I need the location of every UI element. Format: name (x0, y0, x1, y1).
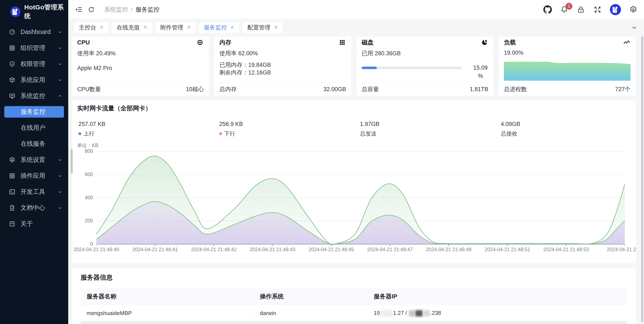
sidebar-item-org[interactable]: 组织管理 (0, 40, 68, 56)
tab-console[interactable]: 主控台 ✕ (74, 22, 108, 33)
sidebar-item-about[interactable]: 关于 (0, 216, 68, 232)
cell-os: darwin (254, 305, 368, 321)
chevron-down-icon (57, 45, 63, 51)
github-icon[interactable] (543, 5, 552, 14)
sidebar-item-label: 权限管理 (20, 60, 57, 68)
chevron-down-icon (57, 157, 63, 163)
memory-usage: 使用率 62.00% (220, 50, 346, 57)
close-icon[interactable]: ✕ (230, 25, 234, 30)
stat-label: 总发送 (360, 130, 376, 137)
chevron-down-icon (57, 61, 63, 67)
disk-card: 磁盘 已用 280.36GB 15.09 % 总容量 1.81TB (356, 37, 494, 96)
content-scrollbar-thumb[interactable] (70, 149, 73, 174)
stat-label: 上行 (84, 130, 94, 137)
settings-gear-icon[interactable] (629, 5, 638, 14)
close-icon[interactable]: ✕ (143, 25, 147, 30)
x-axis-tick-label: 2024-04-21 21:48:45 (302, 247, 360, 252)
sidebar-item-docs[interactable]: 文档中心 (0, 200, 68, 216)
tab-service-monitor[interactable]: 服务监控 ✕ (199, 22, 239, 33)
stat-total-received: 4.09GB 总接收 (501, 121, 520, 137)
disk-progress-track (362, 67, 462, 69)
network-traffic-panel: 实时网卡流量（全部网卡） 257.07 KB 上行 256.9 KB 下行 1.… (72, 100, 636, 263)
sidebar-item-label: 系统应用 (20, 76, 57, 84)
cpu-usage: 使用率 20.49% (77, 50, 204, 57)
sidebar-item-dashboard[interactable]: Dashboard (0, 24, 68, 40)
disk-footer-value: 1.81TB (470, 86, 488, 93)
server-table: 服务器名称 操作系统 服务器IP mengshuaideMBP darwin 1… (80, 288, 627, 321)
cpu-card: CPU 使用率 20.49% Apple M2 Pro CPU数量 10核心 (72, 37, 209, 96)
sidebar-item-settings[interactable]: 系统设置 (0, 152, 68, 168)
stat-label: 下行 (224, 130, 235, 137)
breadcrumb: 系统监控 / 服务监控 (104, 6, 160, 14)
sidebar-item-label: 文档中心 (20, 204, 57, 212)
collapse-sidebar-icon[interactable] (75, 5, 83, 14)
stat-value: 257.07 KB (78, 121, 105, 127)
tab-config[interactable]: 配置管理 ✕ (243, 22, 282, 33)
sidebar-item-apps[interactable]: 系统应用 (0, 72, 68, 88)
x-axis-tick-label: 2024-04-21 21:48:43 (244, 247, 301, 252)
disk-footer-label: 总容量 (362, 85, 379, 93)
close-icon[interactable]: ✕ (274, 25, 278, 30)
breadcrumb-parent[interactable]: 系统监控 (104, 6, 128, 14)
x-axis-tick-label: 2024-04-21 21:48:49 (420, 247, 478, 252)
sidebar-item-label: 在线服务 (21, 140, 63, 148)
chevron-down-icon (57, 29, 63, 35)
sidebar-item-devtools[interactable]: 开发工具 (0, 184, 68, 200)
stat-upstream: 257.07 KB 上行 (78, 121, 105, 137)
tab-attachments[interactable]: 附件管理 ✕ (156, 22, 196, 33)
table-row: mengshuaideMBP darwin 191.27 / .238 (80, 305, 627, 321)
close-icon[interactable]: ✕ (100, 25, 104, 30)
column-os: 操作系统 (254, 288, 368, 305)
grid-icon (8, 172, 16, 179)
cpu-footer-label: CPU数量 (77, 85, 101, 93)
sidebar-item-label: 在线用户 (21, 124, 63, 132)
sidebar-item-online-services[interactable]: 在线服务 (0, 136, 68, 152)
logo[interactable]: HotGo管理系统 (10, 3, 68, 21)
breadcrumb-current: 服务监控 (136, 6, 160, 14)
x-axis-tick-label: 2024-04-21 21:48:41 (126, 247, 184, 252)
chevron-down-icon (57, 205, 63, 211)
divider (72, 114, 636, 115)
sidebar-item-monitor[interactable]: 系统监控 (0, 88, 68, 104)
y-axis-tick-label: 200 (76, 218, 93, 224)
sidebar-item-online-users[interactable]: 在线用户 (0, 120, 68, 136)
ip-prefix: 19 (374, 310, 380, 316)
disk-percent-value: 15.09 (469, 64, 492, 72)
memory-used: 已用内存：19.84GB (220, 61, 346, 69)
ip-redaction-block (409, 310, 414, 316)
fullscreen-icon[interactable] (593, 5, 602, 14)
sidebar-item-label: 系统监控 (20, 92, 57, 100)
disk-card-header: 磁盘 (356, 37, 494, 49)
disk-percent-unit: % (469, 72, 492, 80)
sidebar-item-label: 组织管理 (20, 44, 57, 52)
x-axis-tick-label: 2024-04-21 21:48:53 (538, 247, 595, 252)
tab-label: 配置管理 (247, 24, 270, 31)
memory-free: 剩余内存：12.16GB (220, 69, 346, 76)
chevron-down-icon (57, 189, 63, 195)
notifications-bell-icon[interactable]: 1 (560, 5, 568, 14)
close-icon[interactable]: ✕ (187, 25, 191, 30)
refresh-icon[interactable] (87, 5, 96, 14)
ip-suffix: .238 (430, 310, 441, 316)
grid-icon (8, 44, 16, 52)
sidebar-item-permission[interactable]: 权限管理 (0, 56, 68, 72)
memory-card: 内存 使用率 62.00% 已用内存：19.84GB 剩余内存：12.16GB … (214, 37, 351, 96)
x-axis-tick-label: 2024-04-21 21:48:40 (72, 247, 125, 252)
breadcrumb-separator: / (131, 6, 133, 13)
lock-screen-icon[interactable] (576, 5, 585, 14)
stat-total-sent: 1.97GB 总发送 (360, 121, 380, 137)
logo-icon (10, 7, 20, 17)
avatar[interactable] (610, 4, 621, 15)
load-card-title: 负载 (504, 39, 516, 47)
x-axis-tick-label: 2024-04-21 21:4 (596, 247, 636, 252)
network-panel-title: 实时网卡流量（全部网卡） (77, 104, 152, 113)
memory-footer-value: 32.00GB (323, 86, 346, 93)
page-scrollbar-thumb[interactable] (641, 36, 643, 322)
cube-icon (8, 76, 16, 84)
disk-percent: 15.09 % (469, 64, 492, 80)
sidebar-item-service-monitor[interactable]: 服务监控 (4, 106, 64, 118)
tab-list-chevron-down-icon[interactable] (630, 24, 638, 31)
tab-online-recharge[interactable]: 在线充值 ✕ (112, 22, 152, 33)
sidebar-item-plugins[interactable]: 插件应用 (0, 168, 68, 184)
terminal-icon (8, 188, 16, 195)
